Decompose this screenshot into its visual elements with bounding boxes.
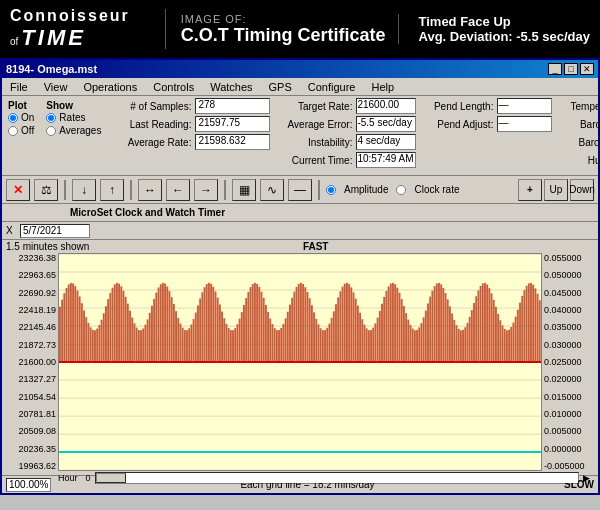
svg-rect-71 xyxy=(184,330,186,362)
svg-rect-37 xyxy=(109,293,111,362)
dash-button[interactable]: — xyxy=(288,179,312,201)
up-button[interactable]: Up xyxy=(544,179,568,201)
y-right-6: 0.025000 xyxy=(544,357,582,367)
plot-on-radio[interactable] xyxy=(8,113,18,123)
plus-button[interactable]: + xyxy=(518,179,542,201)
svg-rect-192 xyxy=(449,306,451,362)
x-scrollbar[interactable] xyxy=(95,472,579,484)
svg-rect-227 xyxy=(526,286,528,362)
svg-rect-51 xyxy=(140,330,142,362)
svg-rect-102 xyxy=(252,284,254,362)
barometer-row: Barometer: — xyxy=(564,116,600,132)
up-arrow-button[interactable]: ↑ xyxy=(100,179,124,201)
menu-gps[interactable]: GPS xyxy=(265,80,296,94)
temperature-label: Temperature: xyxy=(564,101,600,112)
svg-rect-139 xyxy=(333,311,335,362)
avg-deviation: Avg. Deviation: -5.5 sec/day xyxy=(419,29,590,44)
x-label: X xyxy=(6,225,20,236)
svg-rect-118 xyxy=(287,312,289,362)
svg-rect-142 xyxy=(339,291,341,362)
svg-rect-26 xyxy=(85,317,87,362)
menu-view[interactable]: View xyxy=(40,80,72,94)
menu-configure[interactable]: Configure xyxy=(304,80,360,94)
svg-rect-41 xyxy=(118,284,120,363)
svg-rect-99 xyxy=(245,298,247,362)
menu-help[interactable]: Help xyxy=(368,80,399,94)
svg-rect-115 xyxy=(280,328,282,362)
svg-rect-162 xyxy=(383,297,385,362)
delete-button[interactable]: ✕ xyxy=(6,179,30,201)
close-button[interactable]: ✕ xyxy=(580,63,594,75)
svg-rect-202 xyxy=(471,310,473,362)
pend-adjust-row: Pend Adjust: — xyxy=(428,116,552,132)
svg-rect-221 xyxy=(513,323,515,363)
svg-rect-121 xyxy=(293,292,295,363)
humidity-label: Humidity: xyxy=(564,155,600,166)
date-input[interactable]: 5/7/2021 xyxy=(20,224,90,238)
svg-rect-59 xyxy=(158,287,160,362)
y-right-0: 0.055000 xyxy=(544,253,582,263)
svg-rect-222 xyxy=(515,317,517,363)
svg-rect-191 xyxy=(447,299,449,362)
svg-rect-85 xyxy=(215,291,217,362)
left-button[interactable]: ← xyxy=(166,179,190,201)
chart-wrapper: 23236.38 22963.65 22690.92 22418.19 2214… xyxy=(6,253,594,471)
scrollbar-thumb[interactable] xyxy=(96,473,126,483)
y-right-9: 0.010000 xyxy=(544,409,582,419)
minimize-button[interactable]: _ xyxy=(548,63,562,75)
down-arrow-button[interactable]: ↓ xyxy=(72,179,96,201)
cert-name: C.O.T Timing Certificate xyxy=(181,25,386,46)
menu-operations[interactable]: Operations xyxy=(79,80,141,94)
svg-rect-56 xyxy=(151,306,153,362)
svg-rect-205 xyxy=(477,290,479,362)
y-right-8: 0.015000 xyxy=(544,392,582,402)
svg-rect-42 xyxy=(120,286,122,362)
svg-rect-75 xyxy=(193,319,195,362)
show-averages-radio[interactable] xyxy=(46,126,56,136)
average-error-value: -5.5 sec/day xyxy=(356,116,416,132)
svg-rect-210 xyxy=(488,288,490,362)
right-button[interactable]: → xyxy=(194,179,218,201)
plot-off-radio[interactable] xyxy=(8,126,18,136)
last-reading-row: Last Reading: 21597.75 xyxy=(111,116,270,132)
svg-rect-108 xyxy=(265,305,267,362)
svg-rect-211 xyxy=(491,293,493,362)
wave-button[interactable]: ∿ xyxy=(260,179,284,201)
menu-controls[interactable]: Controls xyxy=(149,80,198,94)
menu-watches[interactable]: Watches xyxy=(206,80,256,94)
show-rates-radio[interactable] xyxy=(46,113,56,123)
down-button[interactable]: Down xyxy=(570,179,594,201)
current-time-value: 10:57:49 AM xyxy=(356,152,416,168)
svg-rect-111 xyxy=(272,324,274,362)
svg-rect-183 xyxy=(429,297,431,363)
svg-rect-44 xyxy=(125,297,127,362)
svg-rect-180 xyxy=(423,317,425,362)
svg-rect-182 xyxy=(427,303,429,362)
y-left-9: 20781.81 xyxy=(18,409,56,419)
show-controls: Show Rates Averages xyxy=(44,98,103,139)
svg-rect-72 xyxy=(186,330,188,362)
amplitude-radio[interactable] xyxy=(326,185,336,195)
svg-rect-195 xyxy=(456,325,458,362)
average-rate-label: Average Rate: xyxy=(111,137,191,148)
left-right-button[interactable]: ↔ xyxy=(138,179,162,201)
bar-chart-button[interactable]: ▦ xyxy=(232,179,256,201)
svg-rect-169 xyxy=(399,293,401,362)
y-right-4: 0.035000 xyxy=(544,322,582,332)
svg-rect-155 xyxy=(368,330,370,362)
svg-rect-33 xyxy=(101,320,103,362)
scale-button[interactable]: ⚖ xyxy=(34,179,58,201)
svg-rect-218 xyxy=(506,330,508,362)
svg-rect-87 xyxy=(219,304,221,362)
menu-file[interactable]: File xyxy=(6,80,32,94)
target-rate-row: Target Rate: 21600.00 xyxy=(282,98,416,114)
clock-rate-radio[interactable] xyxy=(396,185,406,195)
svg-rect-160 xyxy=(379,311,381,362)
svg-rect-156 xyxy=(370,330,372,362)
svg-rect-104 xyxy=(256,284,258,362)
y-left-3: 22418.19 xyxy=(18,305,56,315)
svg-rect-161 xyxy=(381,304,383,362)
svg-rect-225 xyxy=(521,296,523,362)
pend-length-row: Pend Length: — xyxy=(428,98,552,114)
maximize-button[interactable]: □ xyxy=(564,63,578,75)
